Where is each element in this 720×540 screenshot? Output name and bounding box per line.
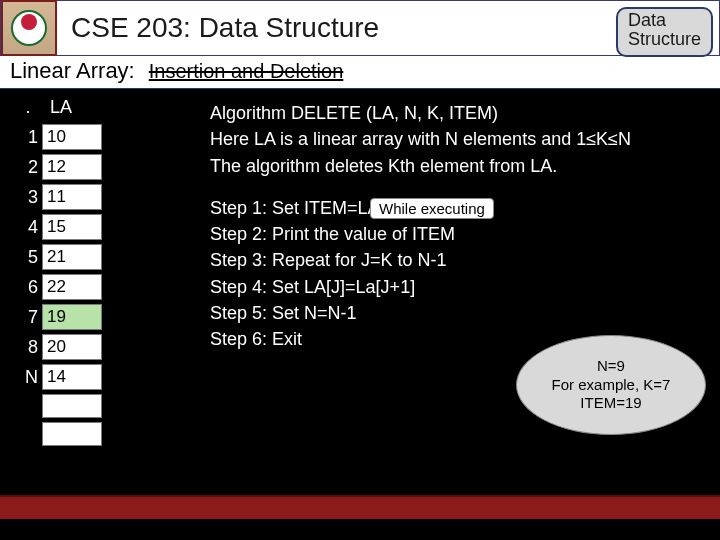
content-area: . LA 110212311415521622719820N14 Algorit… bbox=[0, 89, 720, 519]
array-empty-rows bbox=[18, 394, 102, 446]
bubble-line3: ITEM=19 bbox=[580, 394, 641, 413]
badge-line1: Data bbox=[628, 11, 701, 30]
logo-inner bbox=[11, 10, 47, 46]
array-index: 6 bbox=[18, 277, 38, 298]
footer-bar bbox=[0, 495, 720, 519]
section-topic: Insertion and Deletion bbox=[149, 60, 344, 83]
array-index: 2 bbox=[18, 157, 38, 178]
array-row: 622 bbox=[18, 274, 102, 300]
array-label: LA bbox=[50, 97, 72, 118]
array-row: 311 bbox=[18, 184, 102, 210]
array-cell: 12 bbox=[42, 154, 102, 180]
algorithm-block: Algorithm DELETE (LA, N, K, ITEM) Here L… bbox=[210, 101, 700, 354]
header-bar: CSE 203: Data Structure Data Structure bbox=[0, 0, 720, 56]
algo-step-4: Step 4: Set LA[J]=La[J+1] bbox=[210, 275, 700, 299]
array-cell: 19 bbox=[42, 304, 102, 330]
array-column: . LA 110212311415521622719820N14 bbox=[18, 97, 102, 450]
algo-step-2: Step 2: Print the value of ITEM bbox=[210, 222, 700, 246]
array-cell: 21 bbox=[42, 244, 102, 270]
array-index: 5 bbox=[18, 247, 38, 268]
array-row: 521 bbox=[18, 244, 102, 270]
array-cell: 15 bbox=[42, 214, 102, 240]
institution-logo bbox=[1, 0, 57, 56]
array-index: 7 bbox=[18, 307, 38, 328]
array-cell: 20 bbox=[42, 334, 102, 360]
array-index: 3 bbox=[18, 187, 38, 208]
array-dot: . bbox=[18, 97, 38, 118]
algo-desc1: Here LA is a linear array with N element… bbox=[210, 127, 700, 151]
algo-step-3: Step 3: Repeat for J=K to N-1 bbox=[210, 248, 700, 272]
array-cell: 14 bbox=[42, 364, 102, 390]
bubble-line1: N=9 bbox=[597, 357, 625, 376]
algo-title: Algorithm DELETE (LA, N, K, ITEM) bbox=[210, 101, 700, 125]
array-header: . LA bbox=[18, 97, 102, 118]
array-index: N bbox=[18, 367, 38, 388]
array-row: 719 bbox=[18, 304, 102, 330]
section-label: Linear Array: bbox=[10, 58, 135, 84]
while-executing-callout: While executing bbox=[370, 198, 494, 219]
array-row: 820 bbox=[18, 334, 102, 360]
bubble-line2: For example, K=7 bbox=[552, 376, 671, 395]
subheader: Linear Array: Insertion and Deletion bbox=[0, 56, 720, 89]
array-cell: 22 bbox=[42, 274, 102, 300]
course-badge: Data Structure bbox=[616, 7, 713, 57]
badge-line2: Structure bbox=[628, 30, 701, 49]
array-row: 415 bbox=[18, 214, 102, 240]
algo-steps: Step 1: Set ITEM=LA[K] Step 2: Print the… bbox=[210, 196, 700, 352]
example-bubble: N=9 For example, K=7 ITEM=19 bbox=[516, 335, 706, 435]
algo-step-5: Step 5: Set N=N-1 bbox=[210, 301, 700, 325]
array-cell: 11 bbox=[42, 184, 102, 210]
array-row: N14 bbox=[18, 364, 102, 390]
array-index: 1 bbox=[18, 127, 38, 148]
array-cell: 10 bbox=[42, 124, 102, 150]
course-title: CSE 203: Data Structure bbox=[71, 12, 379, 44]
array-index: 4 bbox=[18, 217, 38, 238]
array-row: 110 bbox=[18, 124, 102, 150]
array-cell-empty bbox=[42, 394, 102, 418]
array-cell-empty bbox=[42, 422, 102, 446]
array-index: 8 bbox=[18, 337, 38, 358]
algo-desc2: The algorithm deletes Kth element from L… bbox=[210, 154, 700, 178]
array-row: 212 bbox=[18, 154, 102, 180]
